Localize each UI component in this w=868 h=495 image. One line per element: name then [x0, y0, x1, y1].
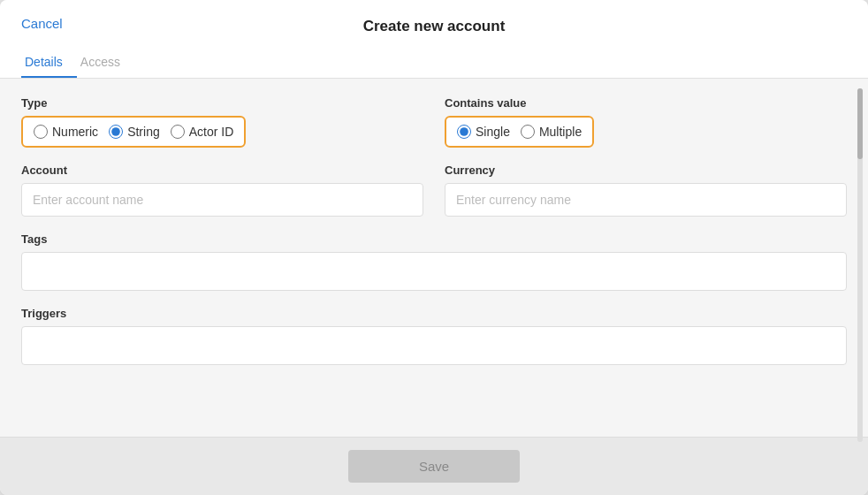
modal-title: Create new account	[21, 18, 847, 35]
type-group: Type Numeric String Actor ID	[21, 96, 423, 148]
currency-input[interactable]	[445, 183, 847, 217]
type-option-numeric-label: Numeric	[52, 125, 98, 139]
account-label: Account	[21, 164, 423, 177]
tab-details[interactable]: Details	[21, 48, 77, 78]
contains-option-single[interactable]: Single	[457, 125, 510, 139]
contains-value-label: Contains value	[445, 96, 847, 110]
contains-value-radio-group: Single Multiple	[445, 116, 594, 148]
type-option-actorid-label: Actor ID	[189, 125, 234, 139]
tags-label: Tags	[21, 232, 847, 246]
tab-access[interactable]: Access	[77, 48, 134, 78]
modal-container: Cancel Create new account Details Access…	[0, 0, 868, 495]
tags-input[interactable]	[21, 252, 847, 291]
tags-group: Tags	[21, 232, 847, 291]
type-option-string-label: String	[127, 125, 160, 139]
tabs-container: Details Access	[21, 48, 847, 78]
type-option-numeric[interactable]: Numeric	[34, 125, 98, 139]
triggers-row: Triggers	[21, 307, 847, 365]
contains-option-multiple[interactable]: Multiple	[521, 125, 582, 139]
save-button[interactable]: Save	[348, 450, 520, 483]
type-contains-row: Type Numeric String Actor ID	[21, 96, 847, 148]
currency-group: Currency	[445, 164, 847, 217]
type-option-actorid[interactable]: Actor ID	[171, 125, 234, 139]
type-option-string[interactable]: String	[109, 125, 160, 139]
triggers-group: Triggers	[21, 307, 847, 365]
contains-option-multiple-label: Multiple	[539, 125, 582, 139]
modal-header: Cancel Create new account Details Access	[0, 0, 868, 79]
type-radio-actorid[interactable]	[171, 125, 185, 139]
contains-radio-multiple[interactable]	[521, 125, 535, 139]
contains-radio-single[interactable]	[457, 125, 471, 139]
scrollbar-thumb	[857, 88, 863, 159]
account-input[interactable]	[21, 183, 423, 217]
modal-body: Type Numeric String Actor ID	[0, 79, 868, 437]
tags-row: Tags	[21, 232, 847, 291]
account-group: Account	[21, 164, 423, 217]
modal-footer: Save	[0, 437, 868, 495]
type-radio-group: Numeric String Actor ID	[21, 116, 246, 148]
type-radio-string[interactable]	[109, 125, 123, 139]
type-label: Type	[21, 96, 423, 110]
type-radio-numeric[interactable]	[34, 125, 48, 139]
currency-label: Currency	[445, 164, 847, 177]
triggers-label: Triggers	[21, 307, 847, 320]
contains-option-single-label: Single	[476, 125, 510, 139]
scrollbar-track[interactable]	[857, 88, 863, 442]
contains-value-group: Contains value Single Multiple	[445, 96, 847, 148]
account-currency-row: Account Currency	[21, 164, 847, 217]
cancel-button[interactable]: Cancel	[21, 16, 63, 31]
triggers-input[interactable]	[21, 326, 847, 365]
